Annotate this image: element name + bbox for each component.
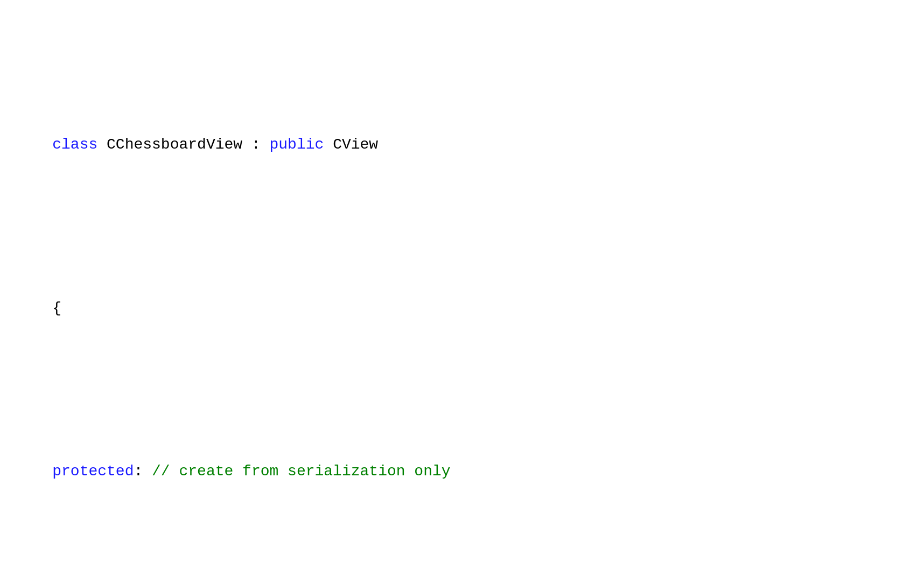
keyword-public-inherit: public xyxy=(270,136,333,153)
keyword-class: class xyxy=(52,136,107,153)
text-colon-1: : xyxy=(134,463,152,480)
code-line-1: class CChessboardView : public CView xyxy=(16,110,908,180)
code-line-2: { xyxy=(16,273,908,343)
code-viewer: class CChessboardView : public CView { p… xyxy=(16,16,908,562)
comment-serialization: // create from serialization only xyxy=(152,463,451,480)
text-open-brace: { xyxy=(52,300,61,317)
keyword-protected: protected xyxy=(52,463,134,480)
code-line-3: protected: // create from serialization … xyxy=(16,437,908,507)
text-cview: CView xyxy=(333,136,378,153)
text-classname: CChessboardView : xyxy=(107,136,269,153)
